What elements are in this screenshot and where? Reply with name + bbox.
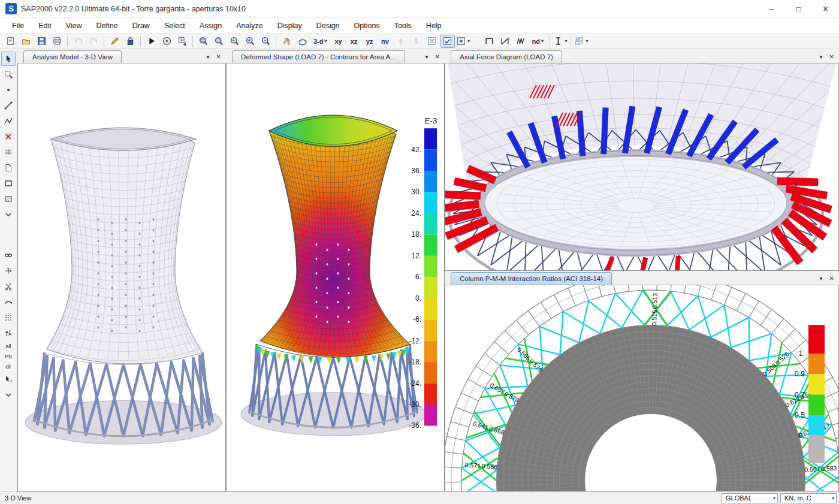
- refresh-window-button[interactable]: [107, 35, 122, 48]
- draw-frame-button[interactable]: [482, 35, 497, 48]
- section-cut-tool[interactable]: [1, 192, 16, 206]
- section-display-button[interactable]: ▾: [553, 35, 568, 48]
- draw-spring-button[interactable]: [514, 35, 528, 48]
- menu-options[interactable]: Options: [347, 19, 387, 32]
- svg-text:0.586: 0.586: [481, 462, 497, 470]
- pan-button[interactable]: [279, 35, 294, 48]
- menu-select[interactable]: Select: [157, 19, 192, 32]
- divide-tool[interactable]: [1, 279, 16, 294]
- snap-points-tool[interactable]: [1, 310, 16, 325]
- view-xy-button[interactable]: xy: [331, 35, 346, 48]
- menu-help[interactable]: Help: [419, 19, 449, 32]
- previous-selection-button[interactable]: PS: [1, 351, 16, 361]
- axes-tool[interactable]: [1, 264, 16, 278]
- view-yz-button[interactable]: yz: [363, 35, 377, 48]
- view-nv-button[interactable]: nv: [378, 35, 393, 48]
- draw-joint-tool[interactable]: [1, 83, 16, 97]
- coord-system-select[interactable]: GLOBAL▾: [722, 493, 778, 503]
- zoom-window-button[interactable]: [212, 35, 226, 48]
- menu-edit[interactable]: Edit: [31, 19, 59, 32]
- clear-selection-button[interactable]: clr: [1, 361, 16, 372]
- more-tools-button-2[interactable]: [1, 388, 16, 402]
- flip-tool[interactable]: [1, 295, 16, 309]
- menu-tools[interactable]: Tools: [387, 19, 419, 32]
- zoom-previous-button[interactable]: [227, 35, 242, 48]
- zoom-extents-button[interactable]: [196, 35, 210, 48]
- rotate-3d-button[interactable]: [295, 35, 309, 48]
- draw-frame-tool[interactable]: [1, 98, 16, 113]
- run-options-button[interactable]: [159, 35, 174, 48]
- deformed-shape-view[interactable]: E-342.36.30.24.18.12.6.0.-6.-12.-18.-24.…: [227, 64, 444, 491]
- analysis-3d-view[interactable]: [18, 64, 225, 491]
- nd-button[interactable]: nd▾: [529, 35, 547, 48]
- menu-view[interactable]: View: [59, 19, 89, 32]
- close-button[interactable]: ✕: [812, 0, 839, 17]
- menu-define[interactable]: Define: [89, 19, 125, 32]
- new-window-tool[interactable]: [1, 161, 16, 175]
- tab-deformed-title: Deformed Shape (LOAD 7) - Contours for A…: [241, 53, 396, 61]
- draw-poly-tool[interactable]: [1, 114, 16, 128]
- draw-area-tool[interactable]: [1, 176, 16, 191]
- display-options-button[interactable]: ▾: [574, 35, 588, 48]
- redo-button[interactable]: [86, 35, 101, 48]
- delete-tool[interactable]: [1, 129, 16, 144]
- run-steps-button[interactable]: [175, 35, 189, 48]
- zoom-in-button[interactable]: [243, 35, 257, 48]
- move-up-button[interactable]: [394, 35, 408, 48]
- panel-axial-header: Axial Force Diagram (LOAD 7) ▾✕: [445, 49, 839, 64]
- interaction-ratios-view[interactable]: 0.5150.5130.5080.5260.6120.6310.6220.647…: [445, 285, 838, 491]
- more-tools-button[interactable]: [1, 207, 16, 222]
- svg-text:0.5: 0.5: [795, 411, 805, 420]
- panel-menu-icon[interactable]: ▾: [207, 54, 210, 60]
- view-xz-button[interactable]: xz: [347, 35, 361, 48]
- panel-close-icon[interactable]: ✕: [829, 276, 834, 282]
- panel-menu-icon[interactable]: ▾: [820, 276, 823, 282]
- menu-assign[interactable]: Assign: [192, 19, 230, 32]
- zoom-out-button[interactable]: [258, 35, 273, 48]
- panel-menu-icon[interactable]: ▾: [425, 54, 428, 60]
- print-button[interactable]: [50, 35, 64, 48]
- menu-display[interactable]: Display: [270, 19, 309, 32]
- link-tool[interactable]: [1, 248, 16, 262]
- maximize-button[interactable]: □: [785, 0, 812, 17]
- tab-deformed-shape[interactable]: Deformed Shape (LOAD 7) - Contours for A…: [232, 50, 405, 63]
- undo-button[interactable]: [71, 35, 85, 48]
- move-down-button[interactable]: [409, 35, 424, 48]
- shrink-objects-button[interactable]: [425, 35, 439, 48]
- draw-spring-icon: [515, 36, 526, 46]
- lock-model-button[interactable]: [123, 35, 137, 48]
- chevron-down-icon: ▾: [586, 38, 588, 44]
- reshape-tool[interactable]: [1, 67, 16, 82]
- object-options-button[interactable]: ▾: [456, 35, 470, 48]
- save-button[interactable]: [34, 35, 49, 48]
- minimize-button[interactable]: ─: [758, 0, 785, 17]
- run-analysis-button[interactable]: [144, 35, 158, 48]
- panel-menu-icon[interactable]: ▾: [820, 54, 823, 60]
- menu-draw[interactable]: Draw: [125, 19, 157, 32]
- updown-tool[interactable]: [1, 326, 16, 340]
- menu-file[interactable]: File: [5, 19, 31, 32]
- svg-text:-18.: -18.: [409, 358, 421, 366]
- menu-analyze[interactable]: Analyze: [229, 19, 270, 32]
- select-all-button[interactable]: all: [1, 341, 16, 351]
- get-info-tool[interactable]: ?: [1, 372, 16, 387]
- view-3d-button[interactable]: 3-d▾: [310, 35, 330, 48]
- panel-close-icon[interactable]: ✕: [435, 54, 440, 60]
- tab-interaction-ratios[interactable]: Column P-M-M Interaction Ratios (ACI 318…: [451, 272, 612, 285]
- new-model-button[interactable]: [3, 35, 17, 48]
- tab-analysis-model[interactable]: Analysis Model - 3-D View: [23, 50, 122, 63]
- tab-axial-force[interactable]: Axial Force Diagram (LOAD 7): [451, 50, 562, 63]
- svg-text:-12.: -12.: [409, 337, 421, 345]
- panel-close-icon[interactable]: ✕: [216, 54, 221, 60]
- menu-design[interactable]: Design: [309, 19, 347, 32]
- draw-brace-button[interactable]: [498, 35, 512, 48]
- move-up-icon: [396, 36, 406, 46]
- panel-close-icon[interactable]: ✕: [829, 54, 834, 60]
- axes-icon-icon: [4, 266, 13, 276]
- grid-tool[interactable]: [1, 145, 16, 159]
- select-pointer-tool[interactable]: [1, 52, 16, 66]
- open-file-button[interactable]: [19, 35, 33, 48]
- show-selection-button[interactable]: [440, 35, 455, 48]
- units-select[interactable]: KN, m, C▾: [780, 493, 837, 503]
- axial-force-view[interactable]: [445, 64, 838, 270]
